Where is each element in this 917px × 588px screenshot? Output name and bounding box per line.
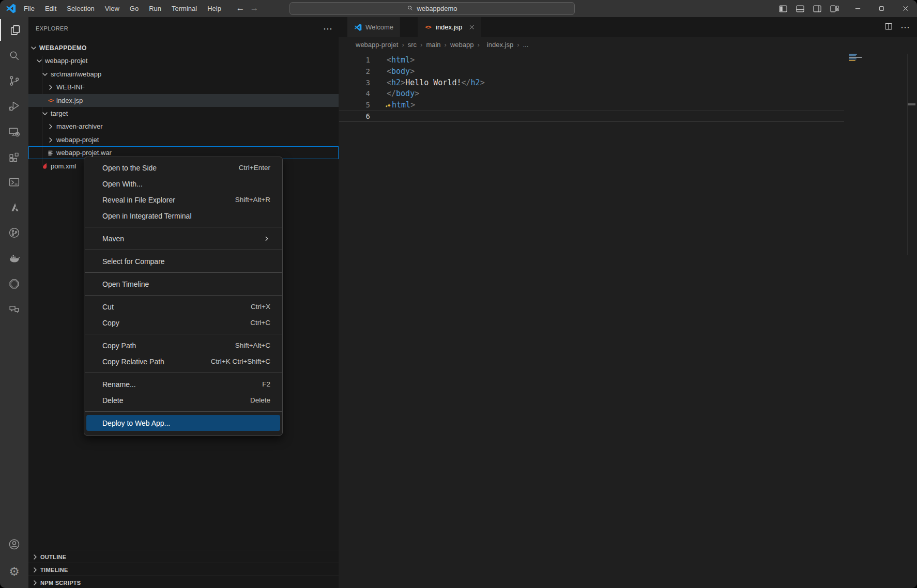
nav-forward-icon[interactable]: → (248, 0, 261, 17)
menu-separator (85, 334, 282, 334)
extensions-icon (8, 151, 21, 164)
menu-separator (85, 227, 282, 227)
line-number: 3 (339, 77, 370, 88)
close-icon (901, 4, 910, 13)
menubar-item-go[interactable]: Go (125, 0, 144, 17)
nav-back-icon[interactable]: ← (234, 0, 247, 17)
line-number: 6 (339, 111, 370, 122)
activity-octagon-extension[interactable] (0, 273, 28, 295)
menu-item-label: Copy Relative Path (102, 358, 164, 366)
menubar-item-help[interactable]: Help (202, 0, 226, 17)
activity-run-and-debug[interactable] (0, 95, 28, 117)
code-text: </body> (387, 88, 419, 99)
menubar-item-selection[interactable]: Selection (62, 0, 99, 17)
menu-item-copy-relative-path[interactable]: Copy Relative PathCtrl+K Ctrl+Shift+C (84, 353, 282, 369)
search-icon (407, 5, 414, 13)
menu-item-copy-path[interactable]: Copy PathShift+Alt+C (84, 337, 282, 353)
section-label: NPM SCRIPTS (40, 580, 81, 586)
menu-item-rename[interactable]: Rename...F2 (84, 376, 282, 392)
activity-docker[interactable] (0, 247, 28, 269)
activity-bar: ⚙ (0, 17, 28, 588)
menubar-item-run[interactable]: Run (144, 0, 166, 17)
circle-branch-icon (8, 226, 21, 239)
section-npm-scripts[interactable]: NPM SCRIPTS (28, 576, 339, 588)
menu-item-open-to-the-side[interactable]: Open to the SideCtrl+Enter (84, 160, 282, 176)
section-outline[interactable]: OUTLINE (28, 550, 339, 563)
menu-item-label: Maven (102, 235, 124, 243)
code-text: <body> (387, 66, 415, 77)
menu-item-deploy-to-web-app[interactable]: Deploy to Web App... (86, 415, 280, 431)
chat-icon (8, 303, 21, 316)
code-editor[interactable]: 1<html>2<body>3<h2>Hello World!</h2>4</b… (339, 17, 917, 588)
layout-sidebar-right-icon[interactable] (812, 4, 822, 14)
menu-separator (85, 373, 282, 373)
activity-extensions[interactable] (0, 146, 28, 168)
remote-explorer-icon (8, 126, 21, 138)
editor-group: <>index.jspWelcome ⋯ webapp-projet›src›m… (339, 17, 917, 588)
menu-bar: FileEditSelectionViewGoRunTerminalHelp (19, 0, 226, 17)
activity-settings-gear[interactable]: ⚙ (0, 561, 28, 582)
line-number: 2 (339, 66, 370, 77)
menu-item-label: Open to the Side (102, 164, 157, 172)
menu-item-shortcut: Shift+Alt+C (235, 342, 270, 349)
maximize-button[interactable] (869, 0, 893, 17)
accounts-icon (8, 538, 21, 551)
menubar-item-file[interactable]: File (19, 0, 40, 17)
docker-icon (8, 252, 21, 265)
activity-circle-branch[interactable] (0, 222, 28, 243)
activity-chat[interactable] (0, 298, 28, 320)
menu-item-label: Copy Path (102, 342, 136, 350)
minimize-button[interactable] (846, 0, 869, 17)
code-token: > (410, 100, 415, 110)
menu-item-cut[interactable]: CutCtrl+X (84, 299, 282, 315)
layout-customize-icon[interactable] (829, 4, 839, 14)
submenu-chevron-icon (263, 235, 270, 242)
layout-sidebar-left-icon[interactable] (778, 4, 788, 14)
menubar-item-edit[interactable]: Edit (40, 0, 62, 17)
menu-item-shortcut: F2 (262, 380, 270, 388)
menu-item-open-in-integrated-terminal[interactable]: Open in Integrated Terminal (84, 208, 282, 224)
maximize-icon (877, 4, 886, 13)
activity-azure[interactable] (0, 196, 28, 218)
menu-item-open-with[interactable]: Open With... (84, 176, 282, 192)
code-line-6[interactable]: 6 (339, 111, 917, 122)
line-number: 1 (339, 54, 370, 66)
activity-explorer[interactable] (0, 19, 29, 41)
code-line-3: 3<h2>Hello World!</h2> (339, 77, 917, 88)
menu-item-open-timeline[interactable]: Open Timeline (84, 276, 282, 292)
azure-icon (8, 201, 21, 214)
menu-item-delete[interactable]: DeleteDelete (84, 392, 282, 408)
command-center-search[interactable]: webappdemo (289, 2, 575, 15)
menubar-item-terminal[interactable]: Terminal (166, 0, 202, 17)
code-token: h2 (471, 78, 480, 87)
octagon-extension-icon (8, 277, 21, 290)
close-button[interactable] (893, 0, 917, 17)
activity-remote-explorer[interactable] (0, 121, 28, 143)
menu-item-reveal-in-file-explorer[interactable]: Reveal in File ExplorerShift+Alt+R (84, 192, 282, 208)
layout-panel-icon[interactable] (795, 4, 805, 14)
menu-item-select-for-compare[interactable]: Select for Compare (84, 253, 282, 269)
activity-terminal-box[interactable] (0, 171, 28, 193)
menubar-item-view[interactable]: View (100, 0, 125, 17)
menu-separator (85, 272, 282, 273)
terminal-box-icon (8, 176, 21, 189)
chevron-right-icon (31, 553, 39, 561)
code-text: <h2>Hello World!</h2> (387, 77, 485, 88)
code-token: </ (387, 89, 396, 98)
vscode-logo-icon (5, 3, 16, 14)
activity-accounts[interactable] (0, 533, 28, 555)
code-token: body (391, 67, 410, 76)
code-token: body (396, 89, 415, 98)
code-token: > (480, 78, 485, 87)
code-line-1: 1<html> (339, 54, 917, 66)
menu-item-maven[interactable]: Maven (84, 230, 282, 246)
menu-item-label: Deploy to Web App... (102, 419, 170, 427)
activity-source-control[interactable] (0, 70, 28, 91)
menu-item-copy[interactable]: CopyCtrl+C (84, 315, 282, 331)
menu-item-label: Open With... (102, 180, 143, 188)
section-label: TIMELINE (40, 567, 68, 573)
code-text: <html> (387, 54, 415, 66)
activity-search[interactable] (0, 44, 28, 66)
section-timeline[interactable]: TIMELINE (28, 563, 339, 576)
menu-item-label: Cut (102, 303, 114, 311)
